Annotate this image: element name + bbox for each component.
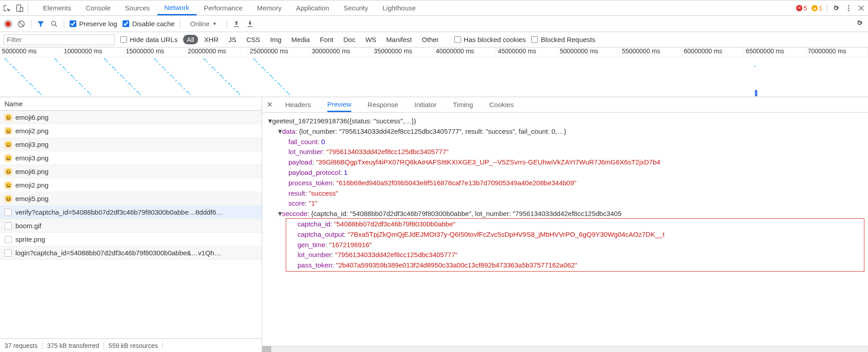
image-file-icon: 😆 (5, 195, 12, 202)
timeline-tick: 10000000 ms (62, 47, 124, 57)
request-row[interactable]: 😄emoji3.png (0, 138, 262, 151)
requests-panel: Name 😃emoji6.png😀emoji2.png😄emoji3.png😄e… (0, 97, 262, 352)
topbar-tab-network[interactable]: Network (157, 0, 197, 15)
upload-har-icon[interactable] (232, 20, 241, 28)
record-button[interactable] (5, 20, 12, 28)
topbar-tab-performance[interactable]: Performance (197, 0, 250, 15)
request-row[interactable]: 😆emoji5.png (0, 192, 262, 206)
preview-tab-response[interactable]: Response (368, 97, 398, 112)
filter-type-js[interactable]: JS (225, 35, 240, 44)
request-name: sprite.png (15, 235, 45, 243)
preview-tab-initiator[interactable]: Initiator (415, 97, 437, 112)
request-name: emoji5.png (15, 195, 48, 202)
request-name: emoji2.png (15, 127, 48, 135)
topbar-tab-sources[interactable]: Sources (118, 0, 157, 15)
filter-type-xhr[interactable]: XHR (201, 35, 222, 44)
request-name: login?captcha_id=54088bb07d2df3c46b79f80… (15, 249, 221, 257)
hide-data-urls-checkbox[interactable]: Hide data URLs (120, 36, 178, 43)
preserve-log-checkbox[interactable]: Preserve log (70, 20, 117, 28)
filter-type-img[interactable]: Img (267, 35, 285, 44)
topbar-tab-console[interactable]: Console (79, 0, 118, 15)
clear-icon[interactable] (17, 20, 25, 28)
request-name: emoji2.png (15, 181, 48, 189)
image-file-icon: 😃 (5, 168, 12, 175)
preview-panel: ✕ HeadersPreviewResponseInitiatorTimingC… (262, 97, 868, 352)
preview-tab-preview[interactable]: Preview (327, 97, 351, 112)
requests-resources: 559 kB resources (104, 342, 163, 349)
topbar-tab-memory[interactable]: Memory (250, 0, 289, 15)
throttling-select[interactable]: Online▼ (186, 19, 221, 29)
request-name: emoji6.png (15, 113, 48, 121)
settings-gear-icon[interactable] (832, 4, 840, 12)
request-row[interactable]: 😄emoji3.png (0, 151, 262, 165)
timeline-tick: 25000000 ms (248, 47, 310, 57)
document-file-icon (5, 209, 12, 216)
preview-tab-timing[interactable]: Timing (453, 97, 473, 112)
request-name: emoji3.png (15, 141, 48, 148)
filter-input[interactable] (4, 34, 115, 45)
blocked-requests-checkbox[interactable]: Blocked Requests (531, 36, 595, 43)
has-blocked-cookies-checkbox[interactable]: Has blocked cookies (454, 36, 526, 43)
filter-type-media[interactable]: Media (288, 35, 314, 44)
network-filterbar: Hide data URLs AllXHRJSCSSImgMediaFontDo… (0, 32, 868, 47)
error-count-badge[interactable]: ✕5 (796, 5, 807, 12)
document-file-icon (5, 222, 12, 230)
more-menu-icon[interactable] (844, 4, 853, 12)
image-file-icon: 😄 (5, 155, 12, 162)
filter-type-manifest[interactable]: Manifest (382, 35, 415, 44)
image-file-icon: 😀 (5, 182, 12, 189)
network-timeline[interactable]: 5000000 ms10000000 ms15000000 ms20000000… (0, 47, 868, 97)
disable-cache-checkbox[interactable]: Disable cache (123, 20, 175, 28)
requests-footer: 37 requests 375 kB transferred 559 kB re… (0, 338, 262, 352)
request-name: verify?captcha_id=54088bb07d2df3c46b79f8… (15, 208, 223, 216)
request-row[interactable]: 😀emoji2.png (0, 178, 262, 192)
topbar-tab-elements[interactable]: Elements (36, 0, 79, 15)
filter-funnel-icon[interactable] (37, 20, 45, 28)
warning-count-badge[interactable]: ▲1 (811, 5, 822, 12)
request-row[interactable]: login?captcha_id=54088bb07d2df3c46b79f80… (0, 246, 262, 260)
request-row[interactable]: 😃emoji6.png (0, 165, 262, 178)
filter-type-doc[interactable]: Doc (340, 35, 359, 44)
filter-type-font[interactable]: Font (316, 35, 337, 44)
request-row[interactable]: sprite.png (0, 233, 262, 246)
timeline-tick: 60000000 ms (682, 47, 744, 57)
request-row[interactable]: 😃emoji6.png (0, 111, 262, 124)
timeline-tick: 50000000 ms (558, 47, 620, 57)
device-toolbar-icon[interactable] (15, 4, 24, 12)
request-row[interactable]: verify?captcha_id=54088bb07d2df3c46b79f8… (0, 206, 262, 219)
topbar-tab-application[interactable]: Application (289, 0, 336, 15)
preview-tab-headers[interactable]: Headers (285, 97, 311, 112)
timeline-tick: 65000000 ms (744, 47, 806, 57)
timeline-tick: 45000000 ms (496, 47, 558, 57)
request-row[interactable]: boom.gif (0, 219, 262, 233)
requests-name-header[interactable]: Name (0, 97, 262, 111)
image-file-icon: 😃 (5, 114, 12, 121)
horizontal-scrollbar[interactable] (262, 346, 868, 352)
timeline-tick: 5000000 ms (0, 47, 62, 57)
timeline-tick: 70000000 ms (806, 47, 868, 57)
inspect-element-icon[interactable] (3, 4, 11, 12)
close-preview-icon[interactable]: ✕ (267, 100, 273, 109)
document-file-icon (5, 236, 12, 243)
network-toolbar: Preserve log Disable cache Online▼ (0, 16, 868, 32)
svg-rect-1 (20, 7, 23, 11)
download-har-icon[interactable] (246, 20, 254, 28)
filter-type-ws[interactable]: WS (362, 35, 380, 44)
image-file-icon: 😄 (5, 141, 12, 148)
request-name: emoji6.png (15, 168, 48, 175)
preview-tab-cookies[interactable]: Cookies (489, 97, 514, 112)
filter-type-all[interactable]: All (183, 35, 198, 44)
svg-point-4 (848, 9, 849, 11)
request-name: emoji3.png (15, 154, 48, 162)
svg-point-2 (848, 5, 849, 6)
devtools-topbar: ElementsConsoleSourcesNetworkPerformance… (0, 0, 868, 16)
topbar-tab-lighthouse[interactable]: Lighthouse (375, 0, 423, 15)
topbar-tab-security[interactable]: Security (336, 0, 375, 15)
search-icon[interactable] (50, 20, 58, 28)
filter-type-css[interactable]: CSS (243, 35, 264, 44)
network-settings-gear-icon[interactable] (855, 19, 863, 27)
timeline-tick: 20000000 ms (186, 47, 248, 57)
filter-type-other[interactable]: Other (418, 35, 443, 44)
request-row[interactable]: 😀emoji2.png (0, 124, 262, 138)
close-devtools-icon[interactable] (857, 4, 865, 12)
